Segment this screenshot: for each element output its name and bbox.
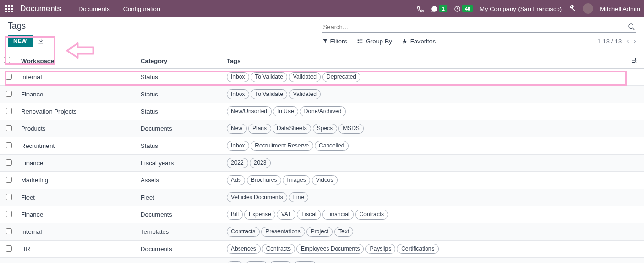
- tag-pill[interactable]: Fine: [289, 192, 308, 202]
- row-checkbox[interactable]: [6, 159, 12, 166]
- col-tags[interactable]: Tags: [223, 53, 627, 69]
- tag-pill[interactable]: Contracts: [227, 227, 260, 237]
- tag-pill[interactable]: Fiscal: [297, 210, 320, 220]
- tag-pill[interactable]: Cancelled: [315, 141, 349, 151]
- tag-pill[interactable]: Vehicles Documents: [227, 192, 287, 202]
- tag-pill[interactable]: Presentations: [261, 227, 305, 237]
- select-all-checkbox[interactable]: [4, 57, 10, 63]
- tag-pill[interactable]: Project: [306, 227, 333, 237]
- tag-pill[interactable]: Absences: [227, 244, 261, 254]
- tag-pill[interactable]: Recruitment Reserve: [251, 141, 313, 151]
- nav-configuration[interactable]: Configuration: [119, 5, 165, 12]
- row-checkbox[interactable]: [6, 245, 12, 252]
- table-row[interactable]: Renovation ProjectsStatusNew/UnsortedIn …: [0, 103, 644, 120]
- table-row[interactable]: HRDocumentsAbsencesContractsEmployees Do…: [0, 241, 644, 258]
- table-row[interactable]: ProductsDocumentsNewPlansDataSheetsSpecs…: [0, 120, 644, 137]
- tag-pill[interactable]: Employees Documents: [296, 244, 364, 254]
- filters-button[interactable]: Filters: [322, 38, 347, 45]
- cell-workspace: Recruitment: [17, 137, 137, 155]
- search-input[interactable]: [323, 23, 628, 31]
- table-row[interactable]: InternalTemplatesContractsPresentationsP…: [0, 223, 644, 241]
- tag-pill[interactable]: Validated: [289, 89, 321, 99]
- table-row[interactable]: FinanceFiscal years20222023: [0, 155, 644, 172]
- pager-value[interactable]: 1-13 / 13: [597, 38, 622, 45]
- col-category[interactable]: Category: [137, 53, 223, 69]
- tag-pill[interactable]: Specs: [313, 124, 337, 134]
- avatar[interactable]: [583, 3, 593, 14]
- tag-pill[interactable]: Plans: [248, 124, 271, 134]
- tag-pill[interactable]: Videos: [312, 175, 338, 185]
- tag-pill[interactable]: Contracts: [355, 210, 388, 220]
- row-checkbox[interactable]: [6, 74, 12, 80]
- tag-pill[interactable]: VAT: [277, 210, 296, 220]
- svg-rect-0: [5, 5, 7, 7]
- messages-icon[interactable]: 1: [431, 5, 447, 12]
- table-row[interactable]: MarketingAssetsAdsBrochuresImagesVideos: [0, 172, 644, 189]
- tag-pill[interactable]: Expense: [244, 210, 275, 220]
- cell-tags: InboxRecruitment ReserveCancelled: [223, 137, 627, 155]
- new-button[interactable]: NEW: [8, 35, 33, 47]
- tag-pill[interactable]: Text: [334, 227, 353, 237]
- row-checkbox[interactable]: [6, 211, 12, 217]
- tag-pill[interactable]: HR: [227, 261, 243, 263]
- row-checkbox[interactable]: [6, 91, 12, 97]
- activities-icon[interactable]: 40: [454, 5, 473, 12]
- tag-pill[interactable]: In Use: [273, 106, 298, 116]
- tag-pill[interactable]: Deprecated: [322, 72, 360, 82]
- tag-pill[interactable]: DataSheets: [273, 124, 311, 134]
- tag-pill[interactable]: Inbox: [227, 72, 249, 82]
- tag-pill[interactable]: Ads: [227, 175, 245, 185]
- table-row[interactable]: RecruitmentStatusInboxRecruitment Reserv…: [0, 137, 644, 155]
- row-checkbox[interactable]: [6, 142, 12, 148]
- phone-icon[interactable]: [417, 5, 424, 12]
- download-icon[interactable]: [37, 38, 44, 44]
- nav-documents[interactable]: Documents: [74, 5, 115, 12]
- tag-pill[interactable]: Payslips: [365, 244, 395, 254]
- tag-pill[interactable]: Contracts: [262, 244, 295, 254]
- search-icon[interactable]: [628, 23, 635, 31]
- col-workspace[interactable]: Workspace: [17, 53, 137, 69]
- tag-pill[interactable]: 2023: [250, 158, 271, 168]
- columns-settings-icon[interactable]: [631, 57, 640, 64]
- tag-pill[interactable]: New/Unsorted: [227, 106, 272, 116]
- row-checkbox[interactable]: [6, 228, 12, 234]
- tag-pill[interactable]: Sales: [269, 261, 292, 263]
- svg-rect-5: [11, 8, 13, 10]
- tag-pill[interactable]: To Validate: [251, 72, 287, 82]
- table-row[interactable]: InternalStatusInboxTo ValidateValidatedD…: [0, 69, 644, 86]
- tag-pill[interactable]: Certifications: [397, 244, 438, 254]
- apps-launcher-icon[interactable]: [4, 3, 14, 14]
- company-switcher[interactable]: My Company (San Francisco): [480, 5, 562, 12]
- tag-pill[interactable]: Legal: [245, 261, 267, 263]
- row-checkbox[interactable]: [6, 108, 12, 114]
- user-menu[interactable]: Mitchell Admin: [600, 5, 640, 12]
- row-checkbox[interactable]: [6, 194, 12, 200]
- tag-pill[interactable]: Bill: [227, 210, 243, 220]
- app-title[interactable]: Documents: [20, 4, 61, 13]
- table-row[interactable]: FleetFleetVehicles DocumentsFine: [0, 189, 644, 206]
- tag-pill[interactable]: Validated: [289, 72, 321, 82]
- tag-pill[interactable]: 2022: [227, 158, 248, 168]
- table-row[interactable]: InternalKnowledgeHRLegalSalesOther: [0, 258, 644, 263]
- pager-prev-icon[interactable]: ‹: [626, 37, 629, 45]
- row-checkbox[interactable]: [6, 125, 12, 131]
- tag-pill[interactable]: MSDS: [338, 124, 364, 134]
- tag-pill[interactable]: To Validate: [251, 89, 287, 99]
- tag-pill[interactable]: Images: [283, 175, 310, 185]
- tag-pill[interactable]: Inbox: [227, 89, 249, 99]
- tag-pill[interactable]: Done/Archived: [300, 106, 346, 116]
- debug-icon[interactable]: [568, 5, 576, 12]
- tag-pill[interactable]: Inbox: [227, 141, 249, 151]
- groupby-button[interactable]: Group By: [357, 38, 392, 45]
- row-checkbox[interactable]: [6, 177, 12, 183]
- tag-pill[interactable]: Financial: [322, 210, 354, 220]
- tag-pill[interactable]: Brochures: [247, 175, 282, 185]
- tag-pill[interactable]: Other: [294, 261, 317, 263]
- table-row[interactable]: FinanceDocumentsBillExpenseVATFiscalFina…: [0, 206, 644, 223]
- table-row[interactable]: FinanceStatusInboxTo ValidateValidated: [0, 86, 644, 103]
- cell-tags: BillExpenseVATFiscalFinancialContracts: [223, 206, 627, 223]
- favorites-button[interactable]: Favorites: [402, 38, 436, 45]
- tag-pill[interactable]: New: [227, 124, 247, 134]
- pager-next-icon[interactable]: ›: [634, 37, 636, 45]
- search-field[interactable]: [322, 21, 637, 33]
